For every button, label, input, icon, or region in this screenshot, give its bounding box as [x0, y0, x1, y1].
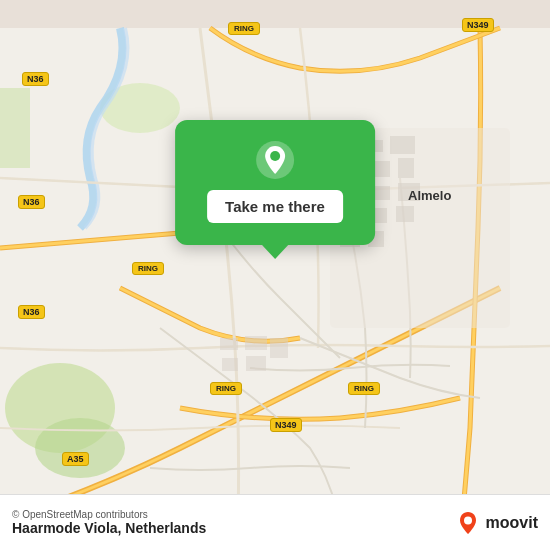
road-badge-n36-top: N36 — [22, 72, 49, 86]
svg-rect-20 — [220, 338, 238, 350]
road-badge-a35: A35 — [62, 452, 89, 466]
svg-point-2 — [35, 418, 125, 478]
popup-card: Take me there — [175, 120, 375, 245]
location-label: Haarmode Viola, Netherlands — [12, 520, 206, 536]
map-background — [0, 0, 550, 550]
svg-point-27 — [270, 151, 280, 161]
svg-rect-17 — [396, 206, 414, 222]
city-label-almelo: Almelo — [408, 188, 451, 203]
svg-rect-8 — [390, 136, 415, 154]
road-badge-n349-top: N349 — [462, 18, 494, 32]
svg-rect-24 — [270, 338, 288, 358]
road-badge-n349-bot: N349 — [270, 418, 302, 432]
svg-rect-3 — [0, 88, 30, 168]
svg-rect-22 — [222, 358, 238, 371]
road-badge-n36-mid: N36 — [18, 195, 45, 209]
road-badge-ring-3: RING — [210, 382, 242, 395]
bottom-bar: © OpenStreetMap contributors Haarmode Vi… — [0, 494, 550, 550]
road-badge-ring-2: RING — [132, 262, 164, 275]
location-pin-icon — [255, 140, 295, 180]
moovit-logo: moovit — [454, 509, 538, 537]
svg-rect-11 — [398, 158, 414, 178]
road-badge-ring-1: RING — [228, 22, 260, 35]
moovit-icon — [454, 509, 482, 537]
map-container: N36 N36 N36 N349 N349 A35 RING RING RING… — [0, 0, 550, 550]
svg-point-28 — [464, 516, 472, 524]
copyright-text: © OpenStreetMap contributors — [12, 509, 206, 520]
road-badge-n36-bot: N36 — [18, 305, 45, 319]
svg-rect-23 — [246, 356, 266, 371]
road-badge-ring-4: RING — [348, 382, 380, 395]
bottom-left-section: © OpenStreetMap contributors Haarmode Vi… — [12, 509, 206, 536]
take-me-there-button[interactable]: Take me there — [207, 190, 343, 223]
svg-rect-21 — [245, 336, 267, 350]
moovit-brand-text: moovit — [486, 514, 538, 532]
